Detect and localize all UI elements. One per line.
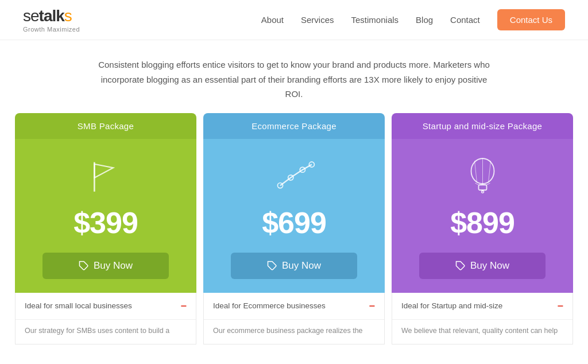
tagline: Consistent blogging efforts entice visit… [47,40,541,113]
feature-smb-minus: − [180,301,187,311]
package-smb-buy-label: Buy Now [94,260,133,272]
features-ecom: Ideal for Ecommerce businesses − Our eco… [203,293,385,345]
package-startup-buy-button[interactable]: Buy Now [419,253,546,279]
package-startup-body: $899 Buy Now [392,139,573,293]
nav-about[interactable]: About [261,15,284,25]
logo-subtitle: Growth Maximized [23,26,80,33]
svg-line-13 [486,183,490,185]
feature-ecom-label: Ideal for Ecommerce businesses − [204,293,384,320]
feature-smb-text: Ideal for small local businesses [25,301,132,310]
package-ecom-price: $699 [262,206,326,240]
feature-smb-label: Ideal for small local businesses − [16,293,196,320]
feature-startup-desc: We believe that relevant, quality conten… [392,320,572,344]
package-startup-price: $899 [450,206,514,240]
features-startup: Ideal for Startup and mid-size − We beli… [392,293,573,345]
feature-ecom-minus: − [369,301,375,311]
svg-line-10 [488,161,490,183]
package-startup-buy-label: Buy Now [470,260,509,272]
package-smb-title: SMB Package [15,113,196,139]
tag-icon-startup [455,261,466,271]
tag-icon-ecom [267,261,277,271]
feature-startup-label: Ideal for Startup and mid-size − [392,293,572,320]
packages-section: SMB Package $399 Buy Now Ecommerce Packa… [0,113,588,293]
package-smb: SMB Package $399 Buy Now [15,113,196,293]
chart-line-icon [271,156,317,196]
features-section: Ideal for small local businesses − Our s… [0,293,588,345]
feature-ecom-text: Ideal for Ecommerce businesses [213,301,326,310]
logo: setalks Growth Maximized [23,7,80,33]
svg-rect-11 [478,185,486,190]
hot-air-balloon-icon [459,156,505,196]
package-ecom-buy-button[interactable]: Buy Now [231,253,358,279]
svg-point-5 [309,162,314,167]
feature-ecom-desc: Our ecommerce business package realizes … [204,320,384,344]
package-smb-price: $399 [74,206,138,240]
chart-svg [271,157,317,195]
logo-apostrophe: s [64,7,72,25]
feature-startup-minus: − [557,301,563,311]
nav-blog[interactable]: Blog [416,15,433,25]
main-nav: About Services Testimonials Blog Contact… [261,9,565,30]
logo-talks: talk [39,7,64,25]
tag-icon [79,261,89,271]
features-smb: Ideal for small local businesses − Our s… [15,293,196,345]
package-startup: Startup and mid-size Package [392,113,573,293]
site-header: setalks Growth Maximized About Services … [0,0,588,40]
contact-us-button[interactable]: Contact Us [497,9,565,30]
package-startup-title: Startup and mid-size Package [392,113,573,139]
flag-icon [83,156,129,196]
nav-testimonials[interactable]: Testimonials [351,15,399,25]
package-ecom: Ecommerce Package $699 Buy Now [203,113,385,293]
balloon-svg [464,156,501,196]
package-ecom-buy-label: Buy Now [282,260,321,272]
logo-text: setalks [23,7,80,25]
tagline-text: Consistent blogging efforts entice visit… [93,57,495,102]
svg-line-12 [475,183,478,185]
nav-contact[interactable]: Contact [450,15,480,25]
svg-line-9 [474,161,477,183]
nav-services[interactable]: Services [301,15,334,25]
feature-smb-desc: Our strategy for SMBs uses content to bu… [16,320,196,344]
package-smb-body: $399 Buy Now [15,139,196,293]
feature-startup-text: Ideal for Startup and mid-size [401,301,502,310]
package-ecom-body: $699 Buy Now [203,139,385,293]
flag-svg [86,159,126,193]
package-smb-buy-button[interactable]: Buy Now [42,253,169,279]
logo-se: se [23,7,39,25]
package-ecom-title: Ecommerce Package [203,113,385,139]
